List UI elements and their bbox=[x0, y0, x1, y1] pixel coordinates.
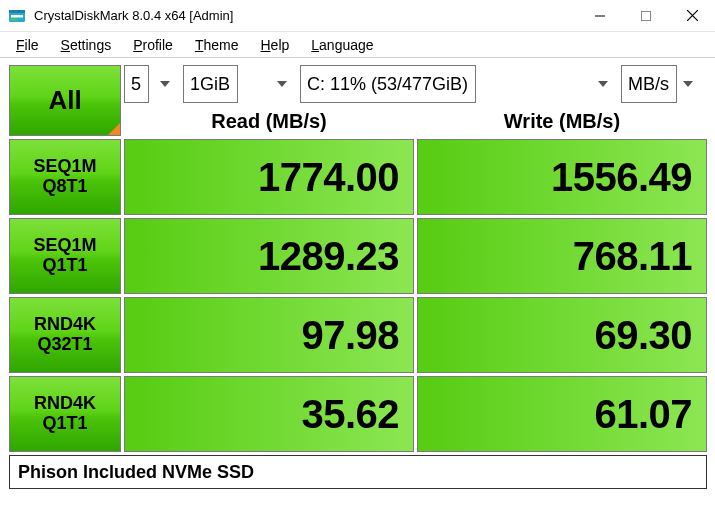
runs-select-wrap: 5 bbox=[124, 65, 180, 103]
minimize-button[interactable] bbox=[577, 0, 623, 32]
svg-rect-3 bbox=[11, 18, 18, 20]
window-controls bbox=[577, 0, 715, 32]
test-label-line2: Q32T1 bbox=[37, 335, 92, 355]
drive-name-footer: Phison Included NVMe SSD bbox=[9, 455, 707, 489]
drive-select-wrap: C: 11% (53/477GiB) bbox=[300, 65, 618, 103]
corner-indicator-icon bbox=[108, 123, 120, 135]
unit-select-wrap: MB/s bbox=[621, 65, 703, 103]
runs-select[interactable]: 5 bbox=[124, 65, 149, 103]
svg-rect-2 bbox=[11, 15, 23, 18]
window-title: CrystalDiskMark 8.0.4 x64 [Admin] bbox=[34, 8, 233, 23]
write-value-seq1m-q8t1: 1556.49 bbox=[417, 139, 707, 215]
test-label-line2: Q1T1 bbox=[42, 414, 87, 434]
settings-row: 5 1GiB C: 11% (53/477GiB) MB/s bbox=[124, 65, 707, 103]
close-button[interactable] bbox=[669, 0, 715, 32]
test-label-line2: Q1T1 bbox=[42, 256, 87, 276]
svg-rect-4 bbox=[642, 11, 651, 20]
read-value-seq1m-q8t1: 1774.00 bbox=[124, 139, 414, 215]
main-area: All 5 1GiB C: 11% (53/477GiB) bbox=[0, 58, 715, 496]
menu-file[interactable]: File bbox=[6, 35, 49, 55]
test-label-line1: SEQ1M bbox=[33, 157, 96, 177]
size-select-wrap: 1GiB bbox=[183, 65, 297, 103]
menu-settings[interactable]: Settings bbox=[51, 35, 122, 55]
header-write: Write (MB/s) bbox=[417, 106, 707, 136]
benchmark-grid: All 5 1GiB C: 11% (53/477GiB) bbox=[9, 65, 706, 489]
write-value-seq1m-q1t1: 768.11 bbox=[417, 218, 707, 294]
test-button-seq1m-q8t1[interactable]: SEQ1M Q8T1 bbox=[9, 139, 121, 215]
maximize-button[interactable] bbox=[623, 0, 669, 32]
titlebar: CrystalDiskMark 8.0.4 x64 [Admin] bbox=[0, 0, 715, 32]
svg-rect-1 bbox=[9, 10, 25, 13]
menu-language[interactable]: Language bbox=[301, 35, 383, 55]
run-all-button[interactable]: All bbox=[9, 65, 121, 136]
test-label-line2: Q8T1 bbox=[42, 177, 87, 197]
test-label-line1: RND4K bbox=[34, 315, 96, 335]
read-value-rnd4k-q1t1: 35.62 bbox=[124, 376, 414, 452]
unit-select[interactable]: MB/s bbox=[621, 65, 677, 103]
test-button-seq1m-q1t1[interactable]: SEQ1M Q1T1 bbox=[9, 218, 121, 294]
write-value-rnd4k-q1t1: 61.07 bbox=[417, 376, 707, 452]
test-label-line1: SEQ1M bbox=[33, 236, 96, 256]
test-button-rnd4k-q32t1[interactable]: RND4K Q32T1 bbox=[9, 297, 121, 373]
app-icon bbox=[8, 7, 26, 25]
menubar: File Settings Profile Theme Help Languag… bbox=[0, 32, 715, 58]
menu-profile[interactable]: Profile bbox=[123, 35, 183, 55]
menu-theme[interactable]: Theme bbox=[185, 35, 249, 55]
run-all-label: All bbox=[48, 85, 81, 116]
write-value-rnd4k-q32t1: 69.30 bbox=[417, 297, 707, 373]
test-button-rnd4k-q1t1[interactable]: RND4K Q1T1 bbox=[9, 376, 121, 452]
menu-help[interactable]: Help bbox=[250, 35, 299, 55]
read-value-rnd4k-q32t1: 97.98 bbox=[124, 297, 414, 373]
test-label-line1: RND4K bbox=[34, 394, 96, 414]
header-read: Read (MB/s) bbox=[124, 106, 414, 136]
read-value-seq1m-q1t1: 1289.23 bbox=[124, 218, 414, 294]
drive-select[interactable]: C: 11% (53/477GiB) bbox=[300, 65, 476, 103]
size-select[interactable]: 1GiB bbox=[183, 65, 238, 103]
